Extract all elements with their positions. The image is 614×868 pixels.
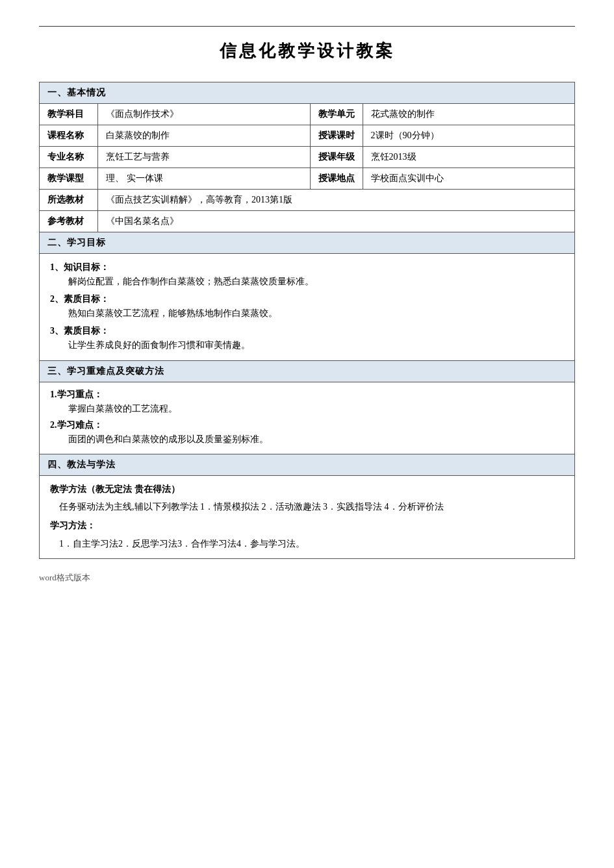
row-methods: 教学方法（教无定法 贵在得法） 任务驱动法为主线,辅以下列教学法 1．情景模拟法… — [40, 475, 575, 558]
row-major: 专业名称 烹饪工艺与营养 授课年级 烹饪2013级 — [40, 147, 575, 168]
goal-3-content: 让学生养成良好的面食制作习惯和审美情趣。 — [50, 337, 564, 353]
difficulty-2-content: 面团的调色和白菜蒸饺的成形以及质量鉴别标准。 — [50, 431, 564, 447]
row-subject: 教学科目 《面点制作技术》 教学单元 花式蒸饺的制作 — [40, 104, 575, 125]
value-location: 学校面点实训中心 — [363, 168, 575, 190]
bottom-note: word格式版本 — [39, 572, 575, 584]
section-header-row-1: 一、基本情况 — [40, 82, 575, 104]
label-hours: 授课课时 — [310, 125, 363, 147]
difficulty-1-label: 1.学习重点： — [50, 389, 564, 401]
section-header-row-2: 二、学习目标 — [40, 232, 575, 254]
value-grade: 烹饪2013级 — [363, 147, 575, 168]
learning-method-title: 学习方法： — [50, 517, 564, 534]
row-textbook: 所选教材 《面点技艺实训精解》，高等教育，2013第1版 — [40, 190, 575, 211]
main-table: 一、基本情况 教学科目 《面点制作技术》 教学单元 花式蒸饺的制作 课程名称 白… — [39, 82, 575, 559]
value-ref-textbook: 《中国名菜名点》 — [98, 211, 575, 232]
row-ref-textbook: 参考教材 《中国名菜名点》 — [40, 211, 575, 232]
value-type: 理、 实一体课 — [98, 168, 311, 190]
goal-1-sub: 1、知识目标： — [50, 262, 564, 273]
section-header-3: 三、学习重难点及突破方法 — [40, 360, 575, 382]
row-type: 教学课型 理、 实一体课 授课地点 学校面点实训中心 — [40, 168, 575, 190]
goal-1-content: 解岗位配置，能合作制作白菜蒸饺；熟悉白菜蒸饺质量标准。 — [50, 273, 564, 290]
section-header-4: 四、教法与学法 — [40, 454, 575, 475]
row-course: 课程名称 白菜蒸饺的制作 授课课时 2课时（90分钟） — [40, 125, 575, 147]
teaching-method-content: 任务驱动法为主线,辅以下列教学法 1．情景模拟法 2．活动激趣法 3．实践指导法… — [50, 499, 564, 515]
value-major: 烹饪工艺与营养 — [98, 147, 311, 168]
difficulty-2-label: 2.学习难点： — [50, 419, 564, 431]
section-header-2: 二、学习目标 — [40, 232, 575, 254]
value-course: 白菜蒸饺的制作 — [98, 125, 311, 147]
section-header-row-4: 四、教法与学法 — [40, 454, 575, 475]
page-title: 信息化教学设计教案 — [39, 40, 575, 62]
label-textbook: 所选教材 — [40, 190, 98, 211]
top-divider — [39, 26, 575, 27]
label-unit: 教学单元 — [310, 104, 363, 125]
label-subject: 教学科目 — [40, 104, 98, 125]
learning-method-content: 1．自主学习法2．反思学习法3．合作学习法4．参与学习法。 — [50, 536, 564, 552]
row-learning-goals: 1、知识目标： 解岗位配置，能合作制作白菜蒸饺；熟悉白菜蒸饺质量标准。 2、素质… — [40, 254, 575, 361]
label-course: 课程名称 — [40, 125, 98, 147]
value-subject: 《面点制作技术》 — [98, 104, 311, 125]
row-difficulty: 1.学习重点： 掌握白菜蒸饺的工艺流程。 2.学习难点： 面团的调色和白菜蒸饺的… — [40, 382, 575, 454]
section-header-1: 一、基本情况 — [40, 82, 575, 104]
label-location: 授课地点 — [310, 168, 363, 190]
goal-2-content: 熟知白菜蒸饺工艺流程，能够熟练地制作白菜蒸饺。 — [50, 305, 564, 321]
value-textbook: 《面点技艺实训精解》，高等教育，2013第1版 — [98, 190, 575, 211]
label-ref-textbook: 参考教材 — [40, 211, 98, 232]
goal-2-sub: 2、素质目标： — [50, 293, 564, 305]
goal-3-sub: 3、素质目标： — [50, 325, 564, 337]
label-major: 专业名称 — [40, 147, 98, 168]
teaching-method-title: 教学方法（教无定法 贵在得法） — [50, 481, 564, 497]
label-type: 教学课型 — [40, 168, 98, 190]
label-grade: 授课年级 — [310, 147, 363, 168]
difficulty-1-content: 掌握白菜蒸饺的工艺流程。 — [50, 401, 564, 417]
section-header-row-3: 三、学习重难点及突破方法 — [40, 360, 575, 382]
value-unit: 花式蒸饺的制作 — [363, 104, 575, 125]
value-hours: 2课时（90分钟） — [363, 125, 575, 147]
